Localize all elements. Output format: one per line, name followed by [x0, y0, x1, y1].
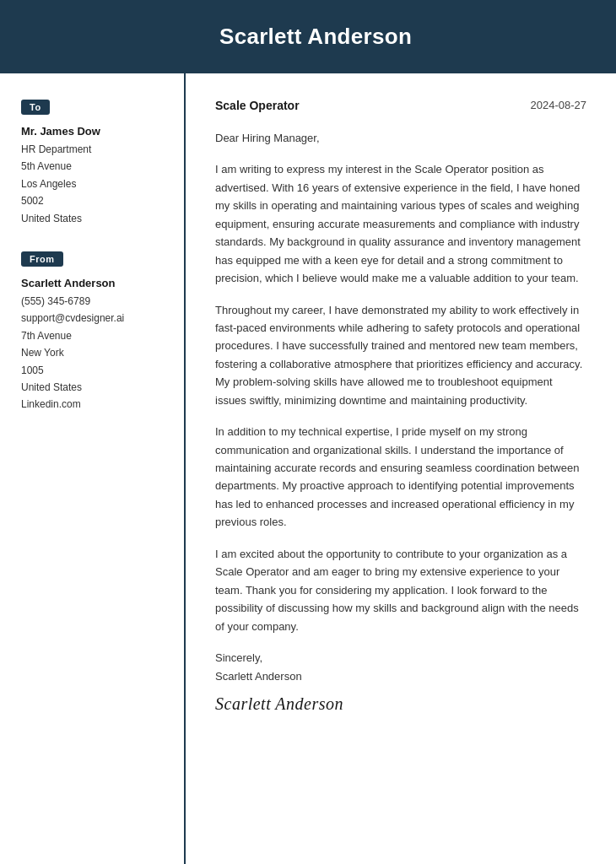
letter-closing: Sincerely, Scarlett Anderson — [215, 649, 586, 686]
sender-country: United States — [21, 379, 167, 396]
sender-email: support@cvdesigner.ai — [21, 310, 167, 327]
main-content: To Mr. James Dow HR Department 5th Avenu… — [0, 73, 616, 864]
closing-line1: Sincerely, — [215, 649, 586, 667]
closing-line2: Scarlett Anderson — [215, 667, 586, 686]
letter-signature: Scarlett Anderson — [215, 694, 586, 714]
recipient-zip: 5002 — [21, 192, 167, 209]
from-badge: From — [21, 251, 63, 267]
header-title: Scarlett Anderson — [219, 24, 582, 50]
letter-paragraph1: I am writing to express my interest in t… — [215, 160, 586, 287]
letter-greeting: Dear Hiring Manager, — [215, 129, 586, 147]
sender-website: Linkedin.com — [21, 396, 167, 413]
recipient-street: 5th Avenue — [21, 158, 167, 175]
sender-zip: 1005 — [21, 362, 167, 379]
sender-name: Scarlett Anderson — [21, 277, 167, 289]
to-badge: To — [21, 100, 50, 115]
letter-body: Dear Hiring Manager, I am writing to exp… — [215, 129, 586, 635]
sender-phone: (555) 345-6789 — [21, 293, 167, 310]
from-section: From Scarlett Anderson (555) 345-6789 su… — [21, 251, 167, 413]
recipient-department: HR Department — [21, 141, 167, 158]
recipient-name: Mr. James Dow — [21, 125, 167, 138]
recipient-country: United States — [21, 210, 167, 227]
letter-area: Scale Operator 2024-08-27 Dear Hiring Ma… — [186, 73, 616, 864]
sender-city: New York — [21, 344, 167, 361]
letter-paragraph4: I am excited about the opportunity to co… — [215, 545, 586, 635]
to-section: To Mr. James Dow HR Department 5th Avenu… — [21, 99, 167, 227]
letter-date: 2024-08-27 — [531, 99, 587, 111]
page: Scarlett Anderson To Mr. James Dow HR De… — [0, 0, 616, 864]
letter-header: Scale Operator 2024-08-27 — [215, 99, 586, 112]
sidebar: To Mr. James Dow HR Department 5th Avenu… — [0, 73, 186, 864]
recipient-city: Los Angeles — [21, 176, 167, 192]
letter-position: Scale Operator — [215, 99, 300, 112]
letter-paragraph3: In addition to my technical expertise, I… — [215, 423, 586, 532]
sender-street: 7th Avenue — [21, 327, 167, 344]
letter-paragraph2: Throughout my career, I have demonstrate… — [215, 301, 586, 410]
header: Scarlett Anderson — [0, 0, 616, 73]
